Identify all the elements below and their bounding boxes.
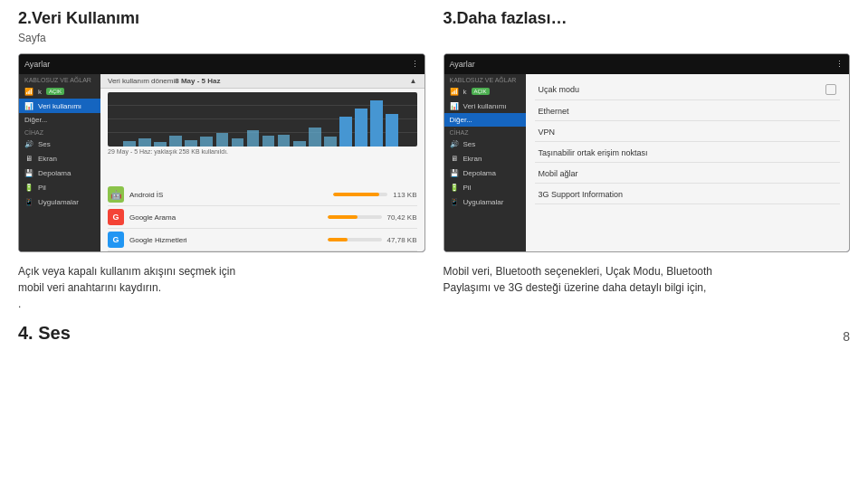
left-three-dot: ⋮	[411, 60, 419, 69]
apps-icon-left: 📱	[24, 197, 33, 206]
app-item-google-search: G Google Arama 70,42 KB	[108, 206, 417, 229]
settings-item-vpn[interactable]: VPN	[535, 123, 841, 142]
right-status-bar: Ayarlar ⋮	[444, 54, 850, 74]
right-sidebar-pil[interactable]: 🔋 Pil	[444, 180, 526, 194]
left-nav-bar: ◀ ⬛ ▭ 🔊 🔇 ⋮ 22:33 🔋	[19, 251, 424, 252]
app-size-google-services: 47,78 KB	[387, 236, 417, 244]
google-services-bar-fill	[328, 238, 348, 241]
3g-support-label: 3G Support Information	[539, 190, 624, 199]
app-size-android: 113 KB	[393, 191, 416, 199]
footer: 4. Ses 8	[0, 319, 868, 347]
left-network-label: KABLOSUZ VE AĞLAR	[19, 74, 100, 84]
right-sidebar-veri[interactable]: 📊 Veri kullanımı	[444, 99, 526, 113]
wifi-icon-right: 📶	[450, 87, 459, 96]
battery-icon-left: 🔋	[24, 183, 33, 192]
right-sidebar-ekran[interactable]: 🖥 Ekran	[444, 151, 526, 166]
right-sidebar: KABLOSUZ VE AĞLAR 📶 k AÇIK 📊 Veri kullan…	[444, 74, 526, 251]
android-bar-fill	[333, 193, 379, 196]
right-sidebar-diger[interactable]: Diğer...	[444, 113, 526, 127]
left-device-label: CİHAZ	[19, 127, 100, 137]
ucak-checkbox[interactable]	[825, 84, 836, 95]
left-sidebar-uygulamalar[interactable]: 📱 Uygulamalar	[19, 194, 100, 209]
right-status-icons: Ayarlar	[450, 60, 475, 69]
sound-icon-left: 🔊	[24, 139, 33, 148]
sound-icon-right: 🔊	[450, 139, 459, 148]
left-sidebar-ses[interactable]: 🔊 Ses	[19, 137, 100, 151]
ucak-modu-label: Uçak modu	[539, 85, 580, 94]
android-bar	[333, 193, 387, 196]
wifi-icon: 📶	[24, 87, 33, 96]
app-size-google-search: 70,42 KB	[387, 213, 417, 222]
chart-info-text: 29 May - 5 Haz: yaklaşık 258 KB kullanıl…	[108, 148, 417, 155]
bottom-right-line1: Mobil veri, Bluetooth seçenekleri, Uçak …	[444, 263, 851, 279]
bottom-text-section: Açık veya kapalı kullanım akışını seçmek…	[0, 252, 868, 319]
left-sidebar: KABLOSUZ VE AĞLAR 📶 k AÇIK 📊 Veri kullan…	[19, 74, 100, 251]
google-search-icon: G	[108, 209, 124, 225]
app-item-google-services: G Google Hizmetleri 47,78 KB	[108, 229, 417, 251]
bottom-left-text: Açık veya kapalı kullanım akışını seçmek…	[18, 263, 425, 312]
left-android-screen: Ayarlar ⋮ KABLOSUZ VE AĞLAR 📶 k AÇIK �	[18, 53, 425, 252]
section1-title: 2.Veri Kullanımı	[18, 9, 425, 28]
right-sidebar-ses[interactable]: 🔊 Ses	[444, 137, 526, 151]
right-badge-acik: AÇIK	[472, 88, 490, 95]
left-status-right: ⋮	[411, 60, 419, 69]
google-services-icon: G	[108, 232, 124, 248]
right-android-screen: Ayarlar ⋮ KABLOSUZ VE AĞLAR 📶 k AÇIK �	[444, 53, 851, 252]
section2-title: 3.Daha fazlası…	[444, 9, 851, 28]
app-name-google-search: Google Arama	[129, 213, 322, 222]
footer-section-label: 4. Ses	[18, 323, 71, 344]
left-status-bar: Ayarlar ⋮	[19, 54, 424, 74]
section1-sub: Sayfa	[18, 32, 425, 44]
bottom-left-line3: .	[18, 296, 425, 312]
android-icon: 🤖	[108, 186, 124, 203]
left-badge-acik: AÇIK	[46, 88, 64, 95]
right-sidebar-k[interactable]: 📶 k AÇIK	[444, 84, 526, 99]
left-main-content: Veri kullanım dönemi 8 May - 5 Haz ▲	[100, 74, 424, 251]
tasinabilir-label: Taşınabilir ortak erişim noktası	[539, 148, 648, 157]
settings-item-mobil-aglar[interactable]: Mobil ağlar	[535, 165, 841, 184]
signal-icon: ▲	[410, 77, 417, 85]
right-sidebar-uygulamalar[interactable]: 📱 Uygulamalar	[444, 194, 526, 209]
right-device-label: CİHAZ	[444, 127, 526, 137]
data-usage-icon: 📊	[24, 101, 33, 110]
app-name-android: Android İS	[129, 191, 328, 199]
display-icon-right: 🖥	[450, 154, 459, 163]
left-sidebar-diger[interactable]: Diğer...	[19, 113, 100, 127]
google-search-bar-fill	[328, 215, 358, 219]
usage-period-value: 8 May - 5 Haz	[175, 77, 220, 85]
bottom-left-line2: mobil veri anahtarını kaydırın.	[18, 279, 425, 296]
right-three-dot: ⋮	[835, 60, 844, 69]
google-search-bar	[328, 215, 382, 219]
data-usage-chart	[108, 92, 417, 147]
left-sidebar-ekran[interactable]: 🖥 Ekran	[19, 151, 100, 166]
settings-label-right: Ayarlar	[450, 60, 475, 69]
storage-icon-right: 💾	[450, 168, 459, 177]
page-number: 8	[843, 329, 850, 344]
battery-icon-right: 🔋	[450, 183, 459, 192]
left-sidebar-veri[interactable]: 📊 Veri kullanımı	[19, 99, 100, 113]
ethernet-label: Ethernet	[539, 107, 569, 116]
left-sidebar-pil[interactable]: 🔋 Pil	[19, 180, 100, 194]
right-nav-bar: ◀ ⬛ ▭ 🔊 🔇 ⋮ 22:33 🔋	[444, 251, 850, 252]
left-sidebar-k[interactable]: 📶 k AÇIK	[19, 84, 100, 99]
vpn-label: VPN	[539, 128, 556, 137]
settings-label-left: Ayarlar	[24, 60, 50, 69]
settings-item-ethernet[interactable]: Ethernet	[535, 102, 841, 121]
apps-icon-right: 📱	[450, 197, 459, 206]
usage-period-label: Veri kullanım dönemi	[108, 77, 175, 85]
left-sidebar-depolama[interactable]: 💾 Depolama	[19, 166, 100, 180]
settings-item-tasinabilir[interactable]: Taşınabilir ortak erişim noktası	[535, 144, 841, 163]
display-icon-left: 🖥	[24, 154, 33, 163]
app-item-android: 🤖 Android İS 113 KB	[108, 184, 417, 206]
right-network-label: KABLOSUZ VE AĞLAR	[444, 74, 526, 84]
settings-item-ucak[interactable]: Uçak modu	[535, 80, 841, 100]
settings-item-3g[interactable]: 3G Support Information	[535, 185, 841, 204]
left-status-icons: Ayarlar	[24, 60, 50, 69]
right-sidebar-depolama[interactable]: 💾 Depolama	[444, 166, 526, 180]
bottom-right-line2: Paylaşımı ve 3G desteği üzerine daha det…	[444, 279, 851, 296]
app-name-google-services: Google Hizmetleri	[129, 236, 322, 244]
left-main-header: Veri kullanım dönemi 8 May - 5 Haz ▲	[100, 74, 424, 89]
right-status-right: ⋮	[835, 60, 844, 69]
app-usage-list: 🤖 Android İS 113 KB G Google Arama	[100, 184, 424, 251]
bottom-right-text: Mobil veri, Bluetooth seçenekleri, Uçak …	[444, 263, 851, 312]
